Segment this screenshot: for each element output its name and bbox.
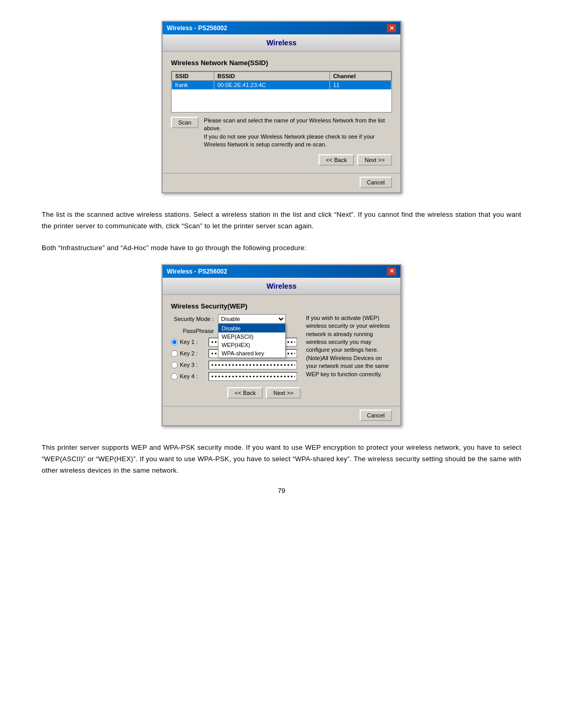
dialog2-cancel-button[interactable]: Cancel — [360, 410, 392, 421]
key4-input[interactable] — [209, 372, 297, 381]
page-number: 79 — [42, 487, 521, 495]
cell-bssid: 00:0E:2E:41:23:4C — [214, 81, 330, 90]
right-col: If you wish to activate (WEP) wireless s… — [306, 314, 392, 399]
dialog1-cancel-button[interactable]: Cancel — [360, 177, 392, 188]
col-channel: Channel — [329, 72, 391, 81]
key3-label: Key 3 : — [180, 362, 209, 368]
key3-input[interactable] — [209, 361, 297, 369]
dialog1-body: Wireless Network Name(SSID) SSID BSSID C… — [163, 52, 400, 173]
key-row-3: Key 3 : — [171, 361, 301, 369]
dialog1-close-button[interactable]: ✕ — [387, 24, 396, 32]
security-mode-select[interactable]: Disable WEP(ASCII) WEP(HEX) WPA-shared k… — [218, 314, 286, 324]
key4-radio[interactable] — [171, 373, 178, 380]
security-mode-label: Security Mode : — [171, 316, 218, 322]
wep-info-text: If you wish to activate (WEP) wireless s… — [306, 314, 392, 378]
body-paragraph-2: Both “Infrastructure” and “Ad-Hoc” mode … — [42, 242, 521, 254]
dialog1-nav: << Back Next >> — [171, 154, 392, 166]
security-mode-row: Security Mode : Disable WEP(ASCII) WEP(H… — [171, 314, 301, 324]
scan-area: Scan Please scan and select the name of … — [171, 117, 392, 149]
key1-radio[interactable] — [171, 339, 178, 346]
dialog2-back-button[interactable]: << Back — [227, 387, 263, 399]
dialog1-section-title: Wireless Network Name(SSID) — [171, 59, 392, 67]
network-list-container: SSID BSSID Channel frank 00:0E:2E:41:23:… — [171, 71, 392, 113]
dialog2-nav: << Back Next >> — [171, 387, 301, 399]
network-table: SSID BSSID Channel frank 00:0E:2E:41:23:… — [172, 71, 391, 90]
scan-text-line1: Please scan and select the name of your … — [204, 117, 385, 131]
left-col: Security Mode : Disable WEP(ASCII) WEP(H… — [171, 314, 301, 399]
dialog1-header-bar: Wireless — [163, 34, 400, 52]
dialog2-section-title: Wireless Security(WEP) — [171, 302, 392, 310]
dialog1-footer: Cancel — [163, 173, 400, 192]
dialog1-title: Wireless - PS256002 — [167, 24, 227, 32]
table-row[interactable]: frank 00:0E:2E:41:23:4C 11 — [172, 81, 391, 90]
scan-text: Please scan and select the name of your … — [204, 117, 392, 149]
dropdown-overlay: Disable WEP(ASCII) WEP(HEX) WPA-shared k… — [218, 324, 286, 358]
dropdown-item-disable[interactable]: Disable — [218, 324, 285, 332]
dialog2-body: Wireless Security(WEP) Security Mode : D… — [163, 295, 400, 406]
dialog2-next-button[interactable]: Next >> — [266, 387, 301, 399]
key4-label: Key 4 : — [180, 373, 209, 379]
dropdown-item-wep-hex[interactable]: WEP(HEX) — [218, 341, 285, 349]
close-icon-2: ✕ — [389, 268, 394, 275]
dialog2-close-button[interactable]: ✕ — [387, 267, 396, 276]
dialog1-window: Wireless - PS256002 ✕ Wireless Wireless … — [162, 21, 401, 193]
col-ssid: SSID — [172, 72, 214, 81]
dropdown-item-wpa-shared[interactable]: WPA-shared key — [218, 349, 285, 357]
passphrase-label: PassPhrase — [171, 328, 218, 334]
dialog2-title: Wireless - PS256002 — [167, 268, 227, 275]
cell-channel: 11 — [329, 81, 391, 90]
key-row-4: Key 4 : — [171, 372, 301, 381]
dropdown-item-wep-ascii[interactable]: WEP(ASCII) — [218, 332, 285, 341]
cell-ssid: frank — [172, 81, 214, 90]
key3-radio[interactable] — [171, 362, 178, 368]
dialog1-back-button[interactable]: << Back — [319, 154, 354, 166]
key2-label: Key 2 : — [180, 350, 209, 356]
dialog2-window: Wireless - PS256002 ✕ Wireless Wireless … — [162, 264, 401, 426]
dialog1-titlebar: Wireless - PS256002 ✕ — [163, 22, 400, 34]
col-bssid: BSSID — [214, 72, 330, 81]
dialog2-titlebar: Wireless - PS256002 ✕ — [163, 265, 400, 278]
body-paragraph-1: The list is the scanned active wireless … — [42, 209, 521, 232]
two-col-body: Security Mode : Disable WEP(ASCII) WEP(H… — [171, 314, 392, 399]
key2-radio[interactable] — [171, 350, 178, 357]
close-icon: ✕ — [389, 25, 394, 32]
dialog1-next-button[interactable]: Next >> — [357, 154, 392, 166]
dialog2-footer: Cancel — [163, 406, 400, 425]
scan-button[interactable]: Scan — [171, 117, 199, 128]
body-paragraph-3: This printer server supports WEP and WPA… — [42, 442, 521, 476]
key1-label: Key 1 : — [180, 339, 209, 345]
scan-text-line2: If you do not see your Wireless Network … — [204, 133, 375, 147]
dialog2-header-bar: Wireless — [163, 278, 400, 295]
